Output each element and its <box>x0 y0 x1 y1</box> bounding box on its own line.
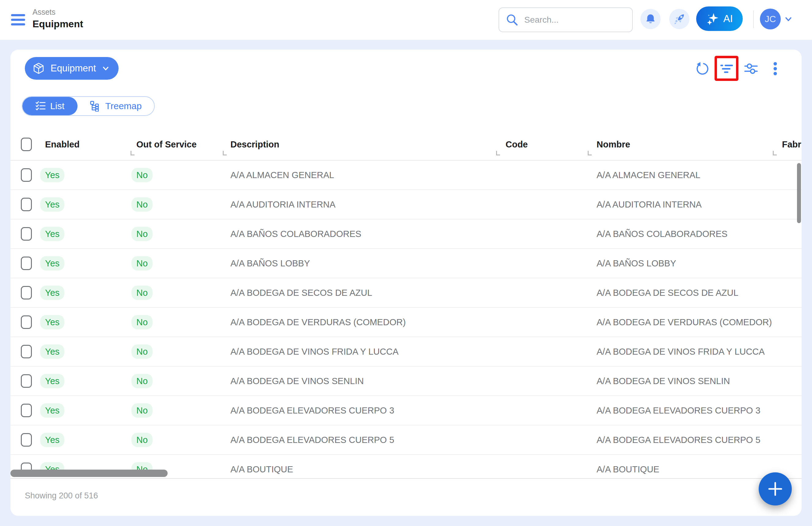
nombre-cell: A/A BOUTIQUE <box>597 464 659 474</box>
tab-treemap[interactable]: Treemap <box>77 97 154 115</box>
nombre-cell: A/A BODEGA DE SECOS DE AZUL <box>597 288 738 298</box>
row-count-summary: Showing 200 of 516 <box>25 491 98 500</box>
refresh-button[interactable] <box>695 62 709 76</box>
table-row[interactable]: Yes No A/A BODEGA DE VINOS SENLIN A/A BO… <box>11 367 801 396</box>
avatar-initials: JC <box>765 14 776 24</box>
ai-assistant-button[interactable]: AI <box>696 6 743 31</box>
column-resize-handle[interactable] <box>223 151 227 155</box>
nombre-cell: A/A BODEGA DE VINOS SENLIN <box>597 376 730 386</box>
table-row[interactable]: Yes No A/A BODEGA ELEVADORES CUERPO 3 A/… <box>11 396 801 425</box>
row-checkbox[interactable] <box>21 315 32 329</box>
entity-selector-button[interactable]: Equipment <box>25 57 119 80</box>
column-chooser-button[interactable] <box>744 62 758 76</box>
table-row[interactable]: Yes No A/A ALMACEN GENERAL A/A ALMACEN G… <box>11 161 801 190</box>
table-row[interactable]: Yes No A/A BODEGA DE VINOS FRIDA Y LUCCA… <box>11 337 801 367</box>
enabled-badge: Yes <box>40 197 64 212</box>
select-all-checkbox[interactable] <box>21 138 32 151</box>
column-header-nombre[interactable]: Nombre <box>597 140 630 150</box>
rocket-icon <box>673 13 685 25</box>
table-row[interactable]: Yes No A/A BAÑOS LOBBY A/A BAÑOS LOBBY <box>11 249 801 278</box>
column-header-code[interactable]: Code <box>506 140 528 150</box>
breadcrumb: Assets Equipment <box>32 8 83 30</box>
breadcrumb-section: Assets <box>32 8 83 16</box>
description-cell: A/A BODEGA DE SECOS DE AZUL <box>230 288 372 298</box>
description-cell: A/A BODEGA ELEVADORES CUERPO 5 <box>230 435 394 445</box>
row-checkbox[interactable] <box>21 345 32 358</box>
search-placeholder: Search... <box>524 15 559 25</box>
nombre-cell: A/A BAÑOS COLABORADORES <box>597 229 727 239</box>
table-row[interactable]: Yes No A/A AUDITORIA INTERNA A/A AUDITOR… <box>11 190 801 219</box>
enabled-badge: Yes <box>40 403 64 418</box>
table-row[interactable]: Yes No A/A BODEGA DE VERDURAS (COMEDOR) … <box>11 308 801 337</box>
column-resize-handle[interactable] <box>773 151 777 155</box>
column-header-description[interactable]: Description <box>230 140 279 150</box>
out-of-service-badge: No <box>131 403 153 418</box>
nombre-cell: A/A ALMACEN GENERAL <box>597 170 700 180</box>
user-menu-chevron-down-icon[interactable] <box>784 15 793 23</box>
description-cell: A/A BOUTIQUE <box>230 464 293 474</box>
menu-icon[interactable] <box>11 14 25 26</box>
out-of-service-badge: No <box>131 374 153 388</box>
description-cell: A/A AUDITORIA INTERNA <box>230 200 335 210</box>
column-resize-handle[interactable] <box>131 151 134 155</box>
vertical-scrollbar[interactable] <box>797 163 801 223</box>
description-cell: A/A ALMACEN GENERAL <box>230 170 334 180</box>
equipment-panel: Equipment <box>11 49 801 516</box>
add-button[interactable] <box>759 472 792 506</box>
enabled-badge: Yes <box>40 286 64 300</box>
out-of-service-badge: No <box>131 433 153 447</box>
checklist-icon <box>35 101 46 111</box>
enabled-badge: Yes <box>40 227 64 241</box>
row-checkbox[interactable] <box>21 404 32 417</box>
nombre-cell: A/A AUDITORIA INTERNA <box>597 200 702 210</box>
out-of-service-badge: No <box>131 286 153 300</box>
nombre-cell: A/A BODEGA DE VERDURAS (COMEDOR) <box>597 317 772 327</box>
out-of-service-badge: No <box>131 197 153 212</box>
out-of-service-badge: No <box>131 227 153 241</box>
footer-divider <box>11 478 801 479</box>
row-checkbox[interactable] <box>21 198 32 211</box>
avatar[interactable]: JC <box>760 9 781 29</box>
row-checkbox[interactable] <box>21 433 32 446</box>
enabled-badge: Yes <box>40 344 64 359</box>
row-checkbox[interactable] <box>21 374 32 388</box>
nombre-cell: A/A BODEGA DE VINOS FRIDA Y LUCCA <box>597 347 765 357</box>
row-checkbox[interactable] <box>21 257 32 270</box>
row-checkbox[interactable] <box>21 227 32 241</box>
view-tabs: List Treemap <box>22 96 155 116</box>
description-cell: A/A BODEGA DE VINOS FRIDA Y LUCCA <box>230 347 398 357</box>
out-of-service-badge: No <box>131 168 153 182</box>
tab-treemap-label: Treemap <box>105 101 142 111</box>
nombre-cell: A/A BODEGA ELEVADORES CUERPO 3 <box>597 406 760 416</box>
column-resize-handle[interactable] <box>588 151 592 155</box>
table-row[interactable]: Yes No A/A BAÑOS COLABORADORES A/A BAÑOS… <box>11 219 801 249</box>
column-header-fabric[interactable]: Fabric <box>782 140 801 150</box>
enabled-badge: Yes <box>40 374 64 388</box>
search-input[interactable]: Search... <box>498 8 633 32</box>
more-options-button[interactable] <box>771 62 779 76</box>
column-resize-handle[interactable] <box>496 151 500 155</box>
description-cell: A/A BAÑOS LOBBY <box>230 258 310 269</box>
description-cell: A/A BODEGA ELEVADORES CUERPO 3 <box>230 406 394 416</box>
filter-button[interactable] <box>720 61 734 76</box>
whats-new-button[interactable] <box>669 9 690 29</box>
enabled-badge: Yes <box>40 315 64 329</box>
topbar-divider <box>753 11 754 28</box>
horizontal-scrollbar[interactable] <box>11 470 168 477</box>
out-of-service-badge: No <box>131 344 153 359</box>
row-checkbox[interactable] <box>21 286 32 299</box>
page-title: Equipment <box>32 18 83 30</box>
column-header-enabled[interactable]: Enabled <box>45 140 80 150</box>
enabled-badge: Yes <box>40 168 64 182</box>
nombre-cell: A/A BAÑOS LOBBY <box>597 258 676 269</box>
row-checkbox[interactable] <box>21 168 32 182</box>
tree-hierarchy-icon <box>90 101 101 112</box>
notifications-button[interactable] <box>640 9 661 29</box>
table-row[interactable]: Yes No A/A BODEGA DE SECOS DE AZUL A/A B… <box>11 278 801 308</box>
column-header-out-of-service[interactable]: Out of Service <box>136 140 197 150</box>
nombre-cell: A/A BODEGA ELEVADORES CUERPO 5 <box>597 435 760 445</box>
package-box-icon <box>32 62 45 75</box>
table-row[interactable]: Yes No A/A BODEGA ELEVADORES CUERPO 5 A/… <box>11 425 801 455</box>
tab-list[interactable]: List <box>23 97 77 115</box>
description-cell: A/A BAÑOS COLABORADORES <box>230 229 361 239</box>
